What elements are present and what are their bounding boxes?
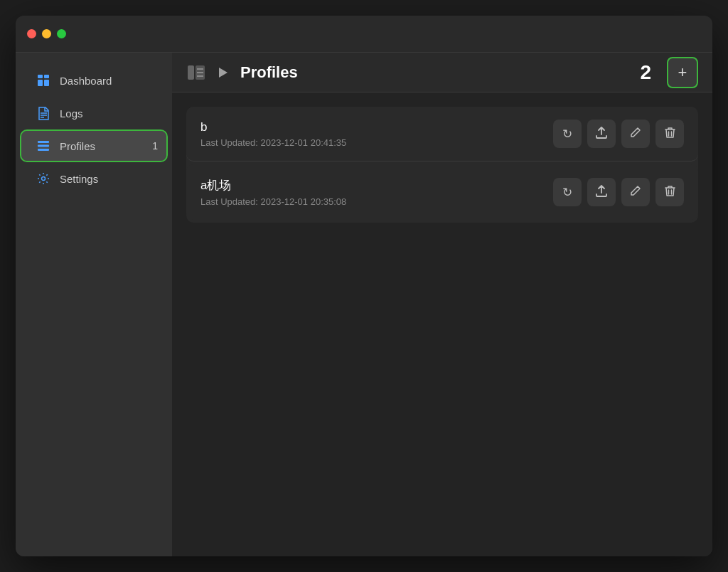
svg-rect-1: [44, 75, 49, 78]
grid-icon: [36, 73, 51, 88]
table-row: b Last Updated: 2023-12-01 20:41:35 ↻: [186, 107, 698, 161]
document-icon: [36, 105, 51, 121]
sidebar-item-label: Dashboard: [60, 75, 112, 87]
plus-icon: +: [678, 63, 687, 82]
edit-icon: [630, 185, 641, 199]
table-row: a机场 Last Updated: 2023-12-01 20:35:08 ↻: [186, 164, 698, 220]
svg-rect-0: [38, 75, 43, 78]
profile-last-updated: Last Updated: 2023-12-01 20:41:35: [200, 137, 346, 148]
refresh-button[interactable]: ↻: [553, 178, 582, 206]
edit-icon: [630, 127, 641, 141]
traffic-lights: [27, 29, 66, 38]
upload-icon: [596, 184, 607, 200]
sidebar-toggle-icon[interactable]: [186, 63, 206, 83]
svg-rect-7: [38, 141, 49, 143]
close-button[interactable]: [27, 29, 36, 38]
add-profile-button[interactable]: +: [667, 57, 698, 88]
upload-button[interactable]: [587, 120, 616, 148]
sidebar-badge: 1: [152, 140, 158, 152]
svg-rect-11: [188, 65, 194, 80]
app-window: Dashboard Logs: [16, 16, 712, 556]
profile-info-a: a机场 Last Updated: 2023-12-01 20:35:08: [200, 177, 346, 207]
svg-point-10: [42, 177, 46, 181]
svg-rect-8: [38, 145, 49, 147]
settings-icon: [36, 171, 51, 186]
sidebar-item-profiles[interactable]: Profiles 1: [21, 131, 166, 161]
profile-name: b: [200, 120, 346, 134]
profile-name: a机场: [200, 177, 346, 194]
svg-rect-9: [38, 149, 49, 151]
refresh-icon: ↻: [562, 127, 572, 142]
profile-list: b Last Updated: 2023-12-01 20:41:35 ↻: [172, 92, 712, 556]
main-layout: Dashboard Logs: [16, 53, 712, 556]
svg-rect-3: [44, 80, 49, 86]
trash-icon: [665, 127, 675, 142]
profile-count: 2: [640, 61, 651, 84]
svg-rect-2: [38, 80, 43, 86]
play-icon[interactable]: [216, 65, 230, 80]
sidebar-item-dashboard[interactable]: Dashboard: [21, 65, 166, 95]
edit-button[interactable]: [621, 120, 650, 148]
maximize-button[interactable]: [57, 29, 66, 38]
delete-button[interactable]: [655, 178, 684, 206]
refresh-icon: ↻: [562, 185, 572, 200]
upload-button[interactable]: [587, 178, 616, 206]
profile-last-updated: Last Updated: 2023-12-01 20:35:08: [200, 196, 346, 207]
sidebar-item-label: Settings: [60, 173, 98, 185]
titlebar: [16, 16, 712, 53]
minimize-button[interactable]: [42, 29, 51, 38]
content-header: Profiles 2 +: [172, 53, 712, 92]
trash-icon: [665, 185, 675, 200]
profile-actions-b: ↻: [553, 120, 684, 148]
profiles-container: b Last Updated: 2023-12-01 20:41:35 ↻: [186, 107, 698, 223]
list-icon: [36, 138, 51, 154]
edit-button[interactable]: [621, 178, 650, 206]
sidebar-item-logs[interactable]: Logs: [21, 98, 166, 128]
upload-icon: [596, 126, 607, 142]
content-area: Profiles 2 + b Last Updated: 2023-12-01 …: [172, 53, 712, 556]
sidebar-item-settings[interactable]: Settings: [21, 164, 166, 194]
sidebar: Dashboard Logs: [16, 53, 172, 556]
delete-button[interactable]: [655, 120, 684, 148]
page-title: Profiles: [240, 63, 630, 82]
sidebar-item-label: Logs: [60, 107, 83, 120]
profile-actions-a: ↻: [553, 178, 684, 206]
profile-info-b: b Last Updated: 2023-12-01 20:41:35: [200, 120, 346, 148]
refresh-button[interactable]: ↻: [553, 120, 582, 148]
sidebar-item-label: Profiles: [60, 140, 95, 152]
